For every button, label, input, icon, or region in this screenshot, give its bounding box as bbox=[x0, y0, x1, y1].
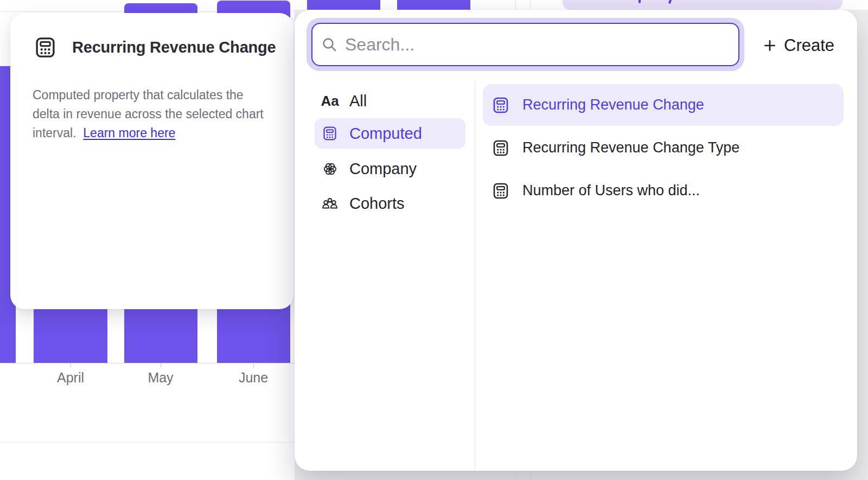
axis-label-april: April bbox=[38, 370, 103, 386]
pill-text-fragment bbox=[639, 0, 641, 3]
filter-sidebar: Aa All Computed Company Cohorts bbox=[295, 80, 475, 471]
cutoff-purple-pill[interactable] bbox=[563, 0, 843, 10]
calculator-icon bbox=[492, 182, 509, 200]
result-label: Recurring Revenue Change Type bbox=[522, 139, 739, 156]
filter-item-cohorts[interactable]: Cohorts bbox=[315, 188, 465, 219]
property-tooltip-card: Recurring Revenue Change Computed proper… bbox=[10, 13, 293, 309]
axis-tick bbox=[161, 363, 161, 368]
axis-tick bbox=[253, 363, 254, 368]
search-icon bbox=[321, 36, 337, 53]
filter-label: Computed bbox=[349, 125, 422, 143]
calculator-icon bbox=[492, 97, 509, 114]
result-recurring-revenue-change-type[interactable]: Recurring Revenue Change Type bbox=[483, 127, 844, 169]
tooltip-description: Computed property that calculates the de… bbox=[33, 86, 282, 143]
result-label: Recurring Revenue Change bbox=[522, 97, 704, 113]
calculator-icon bbox=[492, 139, 509, 157]
filter-label: All bbox=[349, 92, 367, 110]
calculator-icon bbox=[34, 36, 56, 59]
result-recurring-revenue-change[interactable]: Recurring Revenue Change bbox=[483, 84, 844, 126]
filter-label: Cohorts bbox=[349, 195, 405, 213]
filter-item-computed[interactable]: Computed bbox=[315, 118, 465, 149]
tooltip-header: Recurring Revenue Change bbox=[34, 36, 276, 59]
cohorts-people-icon bbox=[322, 197, 338, 210]
calculator-icon bbox=[322, 126, 338, 141]
description-line: Computed property that calculates the bbox=[33, 86, 282, 105]
create-button[interactable]: Create bbox=[757, 31, 840, 60]
filter-item-company[interactable]: Company bbox=[315, 153, 465, 184]
search-input[interactable] bbox=[345, 35, 738, 55]
text-format-icon: Aa bbox=[322, 93, 338, 110]
panel-divider bbox=[475, 80, 475, 471]
search-focus-halo bbox=[307, 18, 744, 71]
description-line: delta in revenue across the selected cha… bbox=[33, 105, 282, 124]
result-label: Number of Users who did... bbox=[522, 182, 700, 199]
description-line: interval. Learn more here bbox=[33, 124, 282, 143]
result-number-of-users-who-did[interactable]: Number of Users who did... bbox=[483, 170, 844, 212]
create-button-label: Create bbox=[784, 36, 834, 55]
learn-more-link[interactable]: Learn more here bbox=[83, 126, 175, 140]
axis-tick bbox=[71, 363, 71, 368]
axis-label-june: June bbox=[221, 370, 286, 386]
filter-item-all[interactable]: Aa All bbox=[315, 86, 465, 116]
axis-label-may: May bbox=[128, 370, 193, 386]
plus-icon bbox=[763, 39, 777, 53]
company-cluster-icon bbox=[322, 161, 338, 177]
search-box[interactable] bbox=[311, 23, 739, 66]
tooltip-title: Recurring Revenue Change bbox=[72, 39, 276, 56]
property-picker-panel: Create Aa All Computed Company bbox=[295, 10, 857, 471]
filter-label: Company bbox=[349, 160, 417, 178]
screen: April May June Recurring Revenue Change … bbox=[0, 0, 868, 480]
